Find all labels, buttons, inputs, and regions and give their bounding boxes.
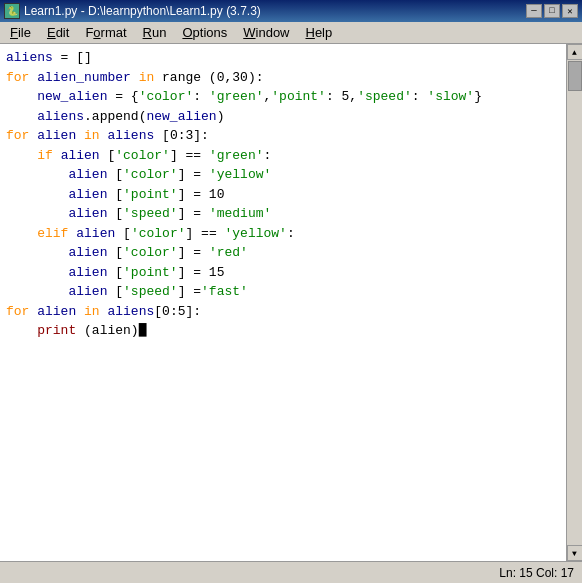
code-line-3: new_alien = {'color': 'green','point': 5… [6,87,560,107]
cursor-position: Ln: 15 Col: 17 [499,566,574,580]
menu-format[interactable]: Format [77,23,134,42]
code-line-13: alien ['speed'] ='fast' [6,282,560,302]
code-line-2: for alien_number in range (0,30): [6,68,560,88]
menu-file[interactable]: File [2,23,39,42]
menu-bar: File Edit Format Run Options Window Help [0,22,582,44]
window-title: Learn1.py - D:\learnpython\Learn1.py (3.… [24,4,261,18]
code-editor[interactable]: aliens = [] for alien_number in range (0… [0,44,566,561]
scroll-up-button[interactable]: ▲ [567,44,583,60]
code-line-14: for alien in aliens[0:5]: [6,302,560,322]
title-bar-left: 🐍 Learn1.py - D:\learnpython\Learn1.py (… [4,3,261,19]
scroll-down-button[interactable]: ▼ [567,545,583,561]
vertical-scrollbar[interactable]: ▲ ▼ [566,44,582,561]
app-icon: 🐍 [4,3,20,19]
code-line-9: alien ['speed'] = 'medium' [6,204,560,224]
close-button[interactable]: ✕ [562,4,578,18]
code-line-5: for alien in aliens [0:3]: [6,126,560,146]
editor-container: aliens = [] for alien_number in range (0… [0,44,582,561]
code-line-4: aliens.append(new_alien) [6,107,560,127]
status-bar: Ln: 15 Col: 17 [0,561,582,583]
menu-edit[interactable]: Edit [39,23,77,42]
title-bar: 🐍 Learn1.py - D:\learnpython\Learn1.py (… [0,0,582,22]
menu-run[interactable]: Run [135,23,175,42]
menu-options[interactable]: Options [174,23,235,42]
code-line-1: aliens = [] [6,48,560,68]
code-line-15: print (alien)█ [6,321,560,341]
menu-window[interactable]: Window [235,23,297,42]
code-line-11: alien ['color'] = 'red' [6,243,560,263]
code-line-10: elif alien ['color'] == 'yellow': [6,224,560,244]
code-line-7: alien ['color'] = 'yellow' [6,165,560,185]
code-line-6: if alien ['color'] == 'green': [6,146,560,166]
scroll-track[interactable] [567,60,582,545]
maximize-button[interactable]: □ [544,4,560,18]
code-line-12: alien ['point'] = 15 [6,263,560,283]
code-line-8: alien ['point'] = 10 [6,185,560,205]
scroll-thumb[interactable] [568,61,582,91]
minimize-button[interactable]: ─ [526,4,542,18]
window-controls[interactable]: ─ □ ✕ [526,4,578,18]
menu-help[interactable]: Help [298,23,341,42]
